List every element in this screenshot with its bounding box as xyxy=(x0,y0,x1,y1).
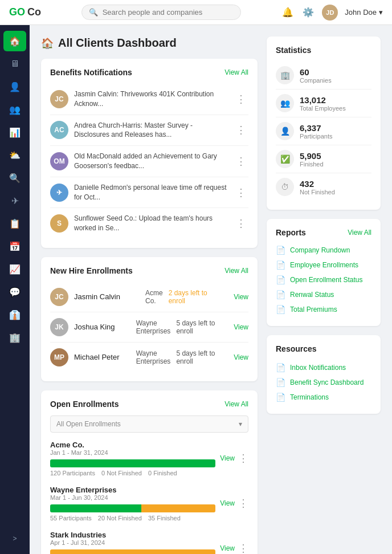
progress-green xyxy=(50,504,141,512)
sidebar-expand[interactable]: > xyxy=(13,535,17,543)
open-enrollments-view-all[interactable]: View All xyxy=(224,400,248,408)
new-hire-view-all[interactable]: View All xyxy=(224,267,248,275)
reports-view-all[interactable]: View All xyxy=(348,229,371,237)
hire-days: 5 days left to enroll xyxy=(176,349,223,365)
report-item[interactable]: 📄 Employee Enrollments xyxy=(276,258,371,272)
enrollment-view-link[interactable]: View xyxy=(220,544,235,552)
more-options-icon[interactable]: ⋮ xyxy=(234,124,248,136)
report-label: Renwal Status xyxy=(290,291,334,299)
sidebar-item-company[interactable]: 🏢 xyxy=(3,327,26,348)
enrollment-stats: 120 Participants 0 Not Finished 0 Finish… xyxy=(50,470,215,476)
progress-bar-wrap xyxy=(50,459,215,467)
enrollments-filter[interactable]: All Open Enrollments ▾ xyxy=(50,416,248,433)
enrollment-view-link[interactable]: View xyxy=(220,499,235,507)
report-item[interactable]: 📄 Company Rundown xyxy=(276,243,371,258)
sidebar: 🏠 🖥 👤 👥 📊 ⛅ 🔍 ✈ 📋 📅 📈 💬 👔 🏢 > xyxy=(0,25,30,554)
notif-text: Old MacDonald added an Achievement to Ga… xyxy=(74,152,228,171)
hire-view-link[interactable]: View xyxy=(234,293,248,301)
resource-item[interactable]: 📄 Benefit Sync Dashboard xyxy=(276,375,371,390)
statistics-title: Statistics xyxy=(276,46,311,55)
enrollment-date: Mar 1 - Jun 30, 2024 xyxy=(50,494,215,501)
progress-orange xyxy=(141,504,216,512)
user-name[interactable]: John Doe ▾ xyxy=(345,8,383,17)
sidebar-item-reports[interactable]: 📊 xyxy=(3,122,26,142)
benefits-notifications-card: Benefits Notifications View All JC Jasmi… xyxy=(41,59,258,248)
resource-item[interactable]: 📄 Terminations xyxy=(276,390,371,405)
more-options-icon[interactable]: ⋮ xyxy=(234,155,248,168)
sidebar-item-messages[interactable]: 💬 xyxy=(3,282,26,302)
resource-file-icon: 📄 xyxy=(276,363,285,372)
sidebar-item-hr[interactable]: 👔 xyxy=(3,304,26,325)
hire-item: JC Jasmin Calvin Acme Co. 2 days left to… xyxy=(50,282,248,312)
notif-text: Sunflower Seed Co.: Upload the team's ho… xyxy=(74,214,228,233)
more-options-icon[interactable]: ⋮ xyxy=(234,93,248,105)
report-item[interactable]: 📄 Total Premiums xyxy=(276,302,371,317)
more-options-icon[interactable]: ⋮ xyxy=(234,186,248,199)
hire-item: JK Joshua King Wayne Enterprises 5 days … xyxy=(50,312,248,343)
sidebar-item-teams[interactable]: 👥 xyxy=(3,99,26,120)
left-column: 🏠 All Clients Dashboard Benefits Notific… xyxy=(41,36,258,554)
enrollment-more-icon[interactable]: ⋮ xyxy=(238,542,248,554)
sidebar-item-people[interactable]: 👤 xyxy=(3,76,26,97)
chevron-down-icon: ▾ xyxy=(379,8,383,17)
enrollment-row: Wayne Enterprises Mar 1 - Jun 30, 2024 5… xyxy=(50,486,248,522)
notification-item: ✈ Danielle Redmon's personal leave time … xyxy=(50,177,248,209)
reports-title: Reports xyxy=(276,228,306,237)
new-hire-list: JC Jasmin Calvin Acme Co. 2 days left to… xyxy=(50,282,248,372)
enrollment-more-icon[interactable]: ⋮ xyxy=(238,452,248,465)
resource-item[interactable]: 📄 Inbox Notifications xyxy=(276,360,371,375)
notification-item: S Sunflower Seed Co.: Upload the team's … xyxy=(50,208,248,239)
chevron-down-icon: ▾ xyxy=(239,420,242,428)
bell-icon[interactable]: 🔔 xyxy=(281,6,295,19)
enrollment-stats: 55 Participants 20 Not Finished 35 Finis… xyxy=(50,515,215,522)
sidebar-item-benefits[interactable]: ⛅ xyxy=(3,145,26,165)
stat-item: 🏢 60 Companies xyxy=(276,62,371,89)
hire-name: Joshua King xyxy=(74,323,130,331)
hire-view-link[interactable]: View xyxy=(234,323,248,331)
stat-icon: ✅ xyxy=(276,150,294,168)
sidebar-item-analytics[interactable]: 📈 xyxy=(3,259,26,279)
more-options-icon[interactable]: ⋮ xyxy=(234,217,248,230)
stat-icon: ⏱ xyxy=(276,178,294,196)
report-item[interactable]: 📄 Renwal Status xyxy=(276,287,371,302)
benefits-notifications-title: Benefits Notifications xyxy=(50,68,132,77)
enrollment-view-link[interactable]: View xyxy=(220,454,235,462)
notif-avatar: AC xyxy=(50,121,68,139)
sidebar-item-travel[interactable]: ✈ xyxy=(3,190,26,211)
not-finished-count: 0 Not Finished xyxy=(101,470,142,476)
enrollment-more-icon[interactable]: ⋮ xyxy=(238,497,248,510)
enrollment-actions: View ⋮ xyxy=(220,452,248,465)
settings-icon[interactable]: ⚙️ xyxy=(301,6,315,19)
search-input[interactable] xyxy=(103,8,234,17)
stat-item: 👥 13,012 Total Employees xyxy=(276,89,371,117)
sidebar-item-documents[interactable]: 📋 xyxy=(3,213,26,234)
report-label: Open Enrollment Status xyxy=(290,276,362,284)
sidebar-item-calendar[interactable]: 📅 xyxy=(3,236,26,256)
report-item[interactable]: 📄 Open Enrollment Status xyxy=(276,272,371,287)
sidebar-item-home[interactable]: 🏠 xyxy=(3,31,26,51)
report-label: Company Rundown xyxy=(290,246,350,254)
main-content: 🏠 All Clients Dashboard Benefits Notific… xyxy=(30,25,392,554)
notif-text: Danielle Redmon's personal leave time of… xyxy=(74,183,228,202)
stat-label: Companies xyxy=(300,77,332,84)
stat-icon: 🏢 xyxy=(276,66,294,84)
enrollment-name: Stark Industries xyxy=(50,531,215,539)
stat-icon: 👥 xyxy=(276,94,294,112)
logo-go: GO xyxy=(9,6,25,18)
hire-company: Wayne Enterprises xyxy=(136,319,171,335)
progress-green xyxy=(50,459,215,467)
logo-co: Co xyxy=(27,6,41,18)
enrollment-row: Stark Industries Apr 1 - Jul 31, 2024 20… xyxy=(50,531,248,554)
sidebar-item-dashboard[interactable]: 🖥 xyxy=(3,54,26,74)
hire-avatar: MP xyxy=(50,348,68,366)
topbar: GO Co 🔍 🔔 ⚙️ JD John Doe ▾ xyxy=(0,0,392,25)
sidebar-item-search[interactable]: 🔍 xyxy=(3,168,26,188)
hire-view-link[interactable]: View xyxy=(234,353,248,361)
search-bar[interactable]: 🔍 xyxy=(81,5,241,20)
topbar-icons: 🔔 ⚙️ JD John Doe ▾ xyxy=(281,5,383,21)
resources-title: Resources xyxy=(276,344,317,353)
new-hire-header: New Hire Enrollments View All xyxy=(50,266,248,275)
participants-count: 120 Participants xyxy=(50,470,95,476)
report-file-icon: 📄 xyxy=(276,305,285,314)
benefits-notifications-view-all[interactable]: View All xyxy=(224,68,248,76)
